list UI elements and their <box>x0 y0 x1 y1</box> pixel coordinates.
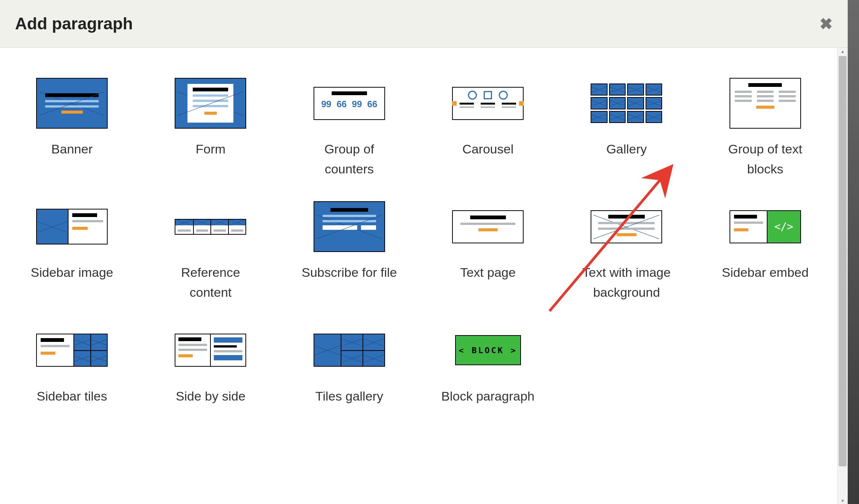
tile-label: Gallery <box>606 139 647 159</box>
tile-gallery[interactable]: Gallery <box>578 78 675 179</box>
counter-value: 66 <box>337 99 347 109</box>
tile-label: Text page <box>460 263 515 282</box>
tile-tiles-gallery[interactable]: Tiles gallery <box>301 325 398 406</box>
form-icon <box>175 78 246 129</box>
tile-label: Sidebar tiles <box>37 386 107 406</box>
reference-content-icon <box>175 201 246 252</box>
tile-banner[interactable]: Banner <box>23 78 120 179</box>
tile-sidebar-image[interactable]: Sidebar image <box>23 201 120 302</box>
carousel-icon <box>452 78 524 129</box>
text-image-bg-icon <box>591 201 662 252</box>
tile-label: Carousel <box>462 139 513 159</box>
tile-block-paragraph[interactable]: < BLOCK > Block paragraph <box>439 325 536 406</box>
side-by-side-icon <box>175 325 246 376</box>
tile-label: Sidebar embed <box>722 263 809 282</box>
tile-label: Side by side <box>176 386 245 406</box>
banner-icon <box>36 78 108 129</box>
text-blocks-icon <box>730 78 801 129</box>
tile-subscribe-for-file[interactable]: Subscribe for file <box>301 201 398 302</box>
tile-text-page[interactable]: Text page <box>439 201 536 302</box>
block-paragraph-icon: < BLOCK > <box>452 325 524 376</box>
vertical-scrollbar[interactable]: ▴ ▾ <box>837 48 848 504</box>
modal-header: Add paragraph ✖ <box>0 0 848 48</box>
counter-value: 66 <box>367 99 378 109</box>
modal-title: Add paragraph <box>15 14 133 33</box>
tile-label: Sidebar image <box>31 263 113 282</box>
close-icon[interactable]: ✖ <box>819 15 833 33</box>
sidebar-image-icon <box>36 201 108 252</box>
tile-label: Reference content <box>162 263 259 302</box>
add-paragraph-modal: Add paragraph ✖ <box>0 0 848 504</box>
tile-carousel[interactable]: Carousel <box>439 78 536 179</box>
counter-value: 99 <box>321 99 331 109</box>
scroll-down-icon[interactable]: ▾ <box>841 497 844 504</box>
tile-side-by-side[interactable]: Side by side <box>162 325 259 406</box>
tile-label: Subscribe for file <box>302 263 397 282</box>
tile-reference-content[interactable]: Reference content <box>162 201 259 302</box>
counters-icon: 99 66 99 66 <box>314 78 385 129</box>
tile-group-of-counters[interactable]: 99 66 99 66 Group of counters <box>301 78 398 179</box>
tile-label: Group of counters <box>301 139 398 179</box>
paragraph-type-grid: Banner F <box>23 78 814 406</box>
tile-label: Block paragraph <box>441 386 535 406</box>
tile-label: Tiles gallery <box>315 386 383 406</box>
tiles-gallery-icon <box>314 325 385 376</box>
tile-group-of-text-blocks[interactable]: Group of text blocks <box>717 78 814 179</box>
counter-value: 99 <box>352 99 362 109</box>
tile-text-with-image-background[interactable]: Text with image background <box>578 201 675 302</box>
modal-body-wrap: Banner F <box>0 48 848 504</box>
gallery-icon <box>591 78 662 129</box>
background-peek <box>848 0 859 504</box>
text-page-icon <box>452 201 524 252</box>
tile-label: Banner <box>51 139 93 159</box>
code-icon: </> <box>767 211 800 243</box>
sidebar-tiles-icon <box>36 325 108 376</box>
tile-label: Form <box>196 139 225 159</box>
tile-form[interactable]: Form <box>162 78 259 179</box>
tile-label: Group of text blocks <box>717 139 814 179</box>
subscribe-icon <box>314 201 385 252</box>
tile-sidebar-embed[interactable]: </> Sidebar embed <box>717 201 814 302</box>
tile-sidebar-tiles[interactable]: Sidebar tiles <box>23 325 120 406</box>
scroll-up-icon[interactable]: ▴ <box>841 48 844 55</box>
sidebar-embed-icon: </> <box>730 201 801 252</box>
tile-label: Text with image background <box>578 263 675 302</box>
modal-body: Banner F <box>0 48 837 504</box>
scrollbar-thumb[interactable] <box>839 56 847 466</box>
block-label: < BLOCK > <box>455 335 521 365</box>
